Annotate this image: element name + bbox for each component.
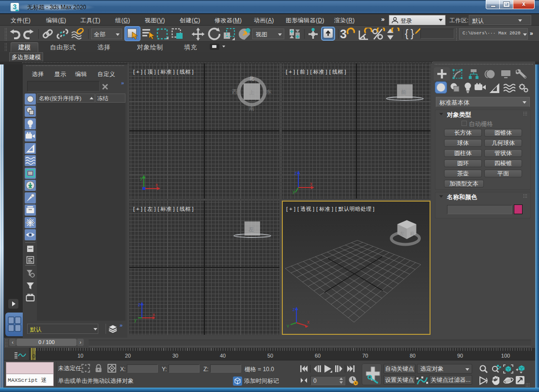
svg-text:y: y — [134, 317, 137, 323]
svg-text:y: y — [293, 189, 295, 194]
svg-text:左: 左 — [400, 231, 404, 236]
svg-text:x: x — [155, 182, 158, 188]
svg-text:西: 西 — [232, 89, 237, 94]
svg-text:前: 前 — [410, 231, 414, 236]
svg-text:y: y — [140, 175, 142, 181]
svg-text:z: z — [293, 307, 295, 312]
svg-text:东: 东 — [266, 89, 272, 94]
svg-text:上: 上 — [249, 89, 254, 95]
svg-text:南: 南 — [249, 106, 254, 111]
svg-text:前: 前 — [400, 89, 406, 95]
svg-text:x: x — [307, 319, 309, 325]
svg-text:z: z — [138, 302, 140, 307]
svg-text:x: x — [153, 312, 155, 317]
svg-text:x: x — [310, 181, 312, 187]
svg-text:z: z — [294, 171, 297, 176]
svg-text:y: y — [287, 323, 289, 328]
svg-text:左: 左 — [248, 226, 254, 232]
